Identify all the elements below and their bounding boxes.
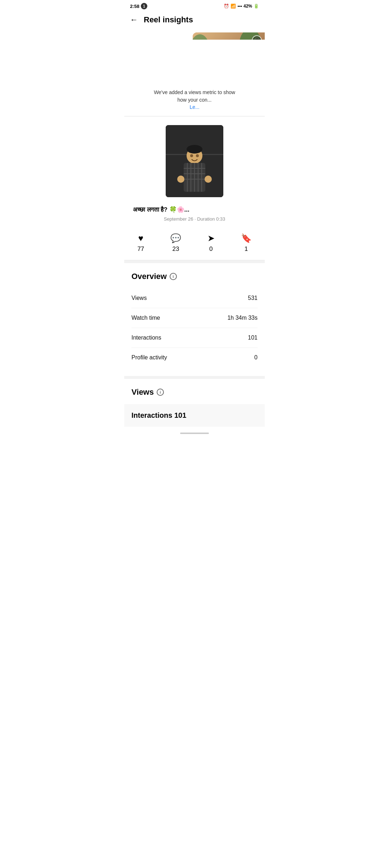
likes-value: 77 — [137, 245, 144, 253]
wifi-icon: 📶 — [231, 4, 236, 9]
page-title: Reel insights — [144, 15, 193, 25]
status-bar: 2:58 1 ⏰ 📶 ▪▪▪ 42% 🔋 — [124, 0, 265, 11]
reel-caption: अच्छा लगता है? 🍀🌸... — [133, 206, 256, 213]
comment-icon: 💬 — [170, 233, 181, 243]
section-divider-2 — [124, 376, 265, 379]
reel-thumbnail — [166, 125, 223, 197]
section-divider — [124, 260, 265, 263]
reel-thumb-inner — [166, 125, 223, 197]
profile-activity-label: Profile activity — [131, 354, 167, 361]
caption-section: अच्छा लगता है? 🍀🌸... — [124, 203, 265, 215]
views-info-icon[interactable]: i — [157, 389, 164, 396]
overview-section: Overview i Views 531 Watch time 1h 34m 3… — [124, 263, 265, 367]
header: ← Reel insights — [124, 11, 265, 29]
svg-point-25 — [177, 176, 184, 183]
views-section: Views i — [124, 379, 265, 397]
save-icon: 🔖 — [241, 233, 252, 243]
saves-value: 1 — [245, 245, 248, 253]
metric-watchtime: Watch time 1h 34m 33s — [131, 308, 258, 328]
interactions-label: Interactions — [131, 335, 161, 341]
interactions-title: Interactions 101 — [131, 411, 258, 420]
learn-more-link[interactable]: Le... — [189, 104, 199, 110]
reel-person-svg — [166, 125, 223, 197]
post-meta: September 26 · Duration 0:33 — [124, 215, 265, 227]
heart-icon: ♥ — [138, 233, 143, 243]
page-wrapper: 2:58 1 ⏰ 📶 ▪▪▪ 42% 🔋 ← Reel insights — [124, 0, 265, 437]
info-banner: We've added a views metric to showhow yo… — [124, 83, 265, 116]
stat-comments: 💬 23 — [170, 233, 181, 253]
metric-views: Views 531 — [131, 288, 258, 308]
stats-row: ♥ 77 💬 23 ➤ 0 🔖 1 — [124, 227, 265, 260]
shares-value: 0 — [209, 245, 213, 253]
overview-info-icon[interactable]: i — [170, 273, 177, 280]
svg-point-23 — [190, 154, 193, 157]
svg-point-26 — [205, 176, 212, 183]
watchtime-value: 1h 34m 33s — [227, 315, 258, 321]
status-right: ⏰ 📶 ▪▪▪ 42% 🔋 — [224, 4, 259, 9]
post-duration: Duration 0:33 — [197, 216, 225, 222]
time-display: 2:58 — [130, 4, 139, 9]
metric-profile-activity: Profile activity 0 — [131, 348, 258, 367]
post-date: September 26 — [164, 216, 193, 222]
interactions-section: Interactions 101 — [124, 404, 265, 427]
svg-point-13 — [187, 145, 202, 154]
battery-display: 42% — [243, 4, 252, 9]
views-value: 531 — [248, 295, 258, 301]
views-section-title: Views i — [131, 388, 258, 397]
watchtime-label: Watch time — [131, 315, 160, 321]
battery-icon: 🔋 — [254, 4, 259, 9]
interactions-value: 101 — [248, 335, 258, 341]
status-left: 2:58 1 — [130, 3, 147, 9]
banner-text: We've added a views metric to showhow yo… — [133, 89, 256, 104]
alarm-icon: ⏰ — [224, 4, 229, 9]
notification-badge: 1 — [141, 3, 147, 9]
back-button[interactable]: ← — [130, 15, 138, 25]
svg-point-24 — [196, 154, 199, 157]
overview-title: Overview i — [131, 272, 258, 281]
profile-activity-value: 0 — [254, 354, 258, 361]
metric-interactions: Interactions 101 — [131, 328, 258, 348]
views-label: Views — [131, 295, 147, 301]
stat-saves: 🔖 1 — [241, 233, 252, 253]
comments-value: 23 — [173, 245, 179, 253]
reel-thumbnail-section — [124, 116, 265, 203]
header-area: ← Reel insights — [124, 11, 265, 40]
floating-reel-preview: 🎧 — [193, 32, 265, 40]
stat-likes: ♥ 77 — [137, 233, 144, 253]
scroll-indicator — [124, 427, 265, 437]
signal-icon: ▪▪▪ — [237, 4, 242, 9]
preview-inner: 🎧 — [193, 32, 265, 40]
share-icon: ➤ — [207, 233, 215, 243]
scroll-bar — [180, 433, 209, 434]
stat-shares: ➤ 0 — [207, 233, 215, 253]
